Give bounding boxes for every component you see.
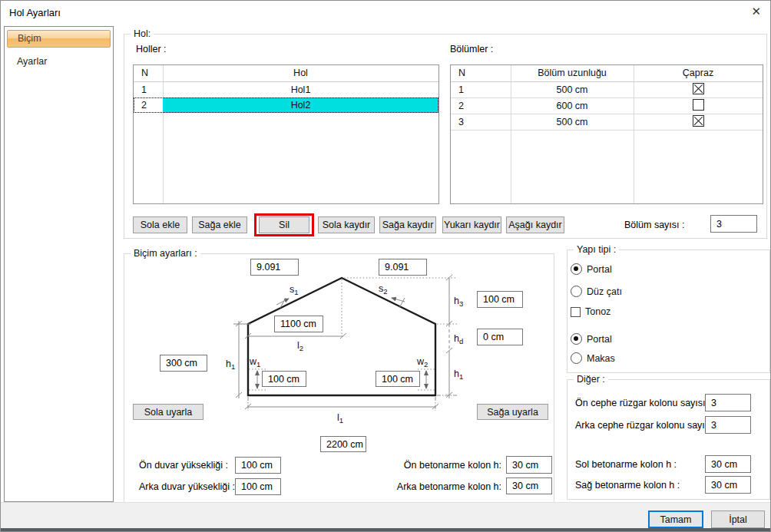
bolumler-col-capraz: Çapraz xyxy=(634,65,763,81)
w1-input[interactable] xyxy=(262,371,306,387)
row-index: 2 xyxy=(134,97,163,113)
hol-group-title: Hol: xyxy=(131,28,154,39)
sol-betonarme-label: Sol betonarme kolon h : xyxy=(575,459,677,470)
row-index: 2 xyxy=(451,98,511,114)
s1-label: s1 xyxy=(290,284,299,296)
sag-betonarme-input[interactable] xyxy=(705,476,751,494)
bolumler-label: Bölümler : xyxy=(450,44,493,55)
yapi-tipi-title: Yapı tipi : xyxy=(574,244,619,255)
bolumler-table[interactable]: N Bölüm uzunluğu Çapraz 1 500 cm 2 600 c… xyxy=(450,64,763,204)
table-row[interactable]: 3 500 cm xyxy=(451,114,763,131)
sola-ekle-button[interactable]: Sola ekle xyxy=(133,216,187,233)
capraz-checkbox[interactable] xyxy=(693,115,704,127)
radio-duz-cati[interactable]: Düz çatı xyxy=(571,286,622,297)
l2-label: l2 xyxy=(297,340,303,352)
left-wall-input[interactable] xyxy=(160,355,207,372)
arka-duvar-label: Arka duvar yüksekliği : xyxy=(139,481,235,492)
holler-table[interactable]: N Hol 1 Hol1 2 Hol2 xyxy=(133,64,439,204)
asagi-kaydir-button[interactable]: Aşağı kaydır xyxy=(506,216,564,233)
l2-input[interactable] xyxy=(274,316,323,332)
capraz-checkbox[interactable] xyxy=(693,83,704,94)
bolum-sayisi-label: Bölüm sayısı : xyxy=(624,220,701,230)
holler-label: Holler : xyxy=(136,44,167,55)
table-row[interactable]: 1 Hol1 xyxy=(134,82,438,97)
saga-kaydir-button[interactable]: Sağa kaydır xyxy=(379,216,436,233)
holler-col-hol: Hol xyxy=(163,65,438,81)
radio-makas[interactable]: Makas xyxy=(571,352,615,364)
h3-label: h3 xyxy=(454,296,463,308)
on-duvar-label: Ön duvar yüksekliği : xyxy=(139,460,228,471)
checkbox-icon[interactable] xyxy=(571,307,581,317)
on-ruzgar-label: Ön cephe rüzgar kolonu sayısı : xyxy=(575,398,710,408)
sil-button[interactable]: Sil xyxy=(259,216,309,233)
w2-input[interactable] xyxy=(376,371,420,387)
option-label: Tonoz xyxy=(585,306,611,317)
arka-ruzgar-input[interactable] xyxy=(705,416,751,434)
diger-title: Diğer : xyxy=(574,374,608,385)
window-title: Hol Ayarları xyxy=(9,7,61,18)
table-row[interactable]: 2 600 cm xyxy=(451,98,763,114)
sol-betonarme-input[interactable] xyxy=(705,455,751,473)
sidebar: Biçim Ayarlar xyxy=(4,26,114,502)
w2-label: w2 xyxy=(416,356,428,368)
bolumler-header: N Bölüm uzunluğu Çapraz xyxy=(451,65,763,82)
row-index: 3 xyxy=(451,114,511,130)
sag-betonarme-label: Sağ betonarme kolon h : xyxy=(575,480,680,491)
bolumler-col-n: N xyxy=(451,65,511,81)
table-row[interactable]: 1 500 cm xyxy=(451,82,763,98)
radio-icon[interactable] xyxy=(571,263,582,275)
slope-right-input[interactable] xyxy=(379,259,427,276)
hd-label: hd xyxy=(454,333,463,345)
iptal-button[interactable]: İptal xyxy=(711,511,765,528)
radio-icon[interactable] xyxy=(571,352,582,364)
window-bottom-edge xyxy=(1,528,770,531)
arka-betonarme-input[interactable] xyxy=(506,477,552,494)
row-length: 500 cm xyxy=(511,82,634,97)
h3-input[interactable] xyxy=(477,291,523,308)
table-row-selected[interactable]: 2 Hol2 xyxy=(134,97,438,113)
arka-duvar-input[interactable] xyxy=(235,478,281,495)
sidebar-item-ayarlar[interactable]: Ayarlar xyxy=(7,54,111,70)
bolum-sayisi-input[interactable] xyxy=(710,215,757,233)
tamam-button[interactable]: Tamam xyxy=(648,511,703,528)
titlebar: Hol Ayarları ✕ xyxy=(1,1,770,24)
hd-input[interactable] xyxy=(477,329,523,345)
sola-kaydir-button[interactable]: Sola kaydır xyxy=(318,216,375,233)
radio-portal-1[interactable]: Portal xyxy=(571,263,612,275)
sola-uyarla-button[interactable]: Sola uyarla xyxy=(133,404,204,420)
capraz-checkbox[interactable] xyxy=(693,99,704,111)
on-duvar-input[interactable] xyxy=(235,457,281,474)
saga-uyarla-button[interactable]: Sağa uyarla xyxy=(477,404,548,420)
on-betonarme-input[interactable] xyxy=(506,456,552,474)
sidebar-item-bicim[interactable]: Biçim xyxy=(7,30,111,48)
l1-label: l1 xyxy=(337,412,343,425)
holler-header: N Hol xyxy=(134,65,438,82)
on-ruzgar-input[interactable] xyxy=(705,394,751,411)
row-length: 600 cm xyxy=(511,98,634,114)
arka-ruzgar-label: Arka cephe rüzgar kolonu sayısı : xyxy=(575,420,718,431)
row-value: Hol2 xyxy=(163,97,438,113)
l1-input[interactable] xyxy=(320,436,366,452)
yukari-kaydir-button[interactable]: Yukarı kaydır xyxy=(442,216,501,233)
radio-portal-2[interactable]: Portal xyxy=(571,333,612,345)
radio-icon[interactable] xyxy=(571,333,582,345)
capraz-cell xyxy=(634,82,763,97)
close-icon[interactable]: ✕ xyxy=(751,5,761,18)
row-index: 1 xyxy=(451,82,511,97)
radio-icon[interactable] xyxy=(571,286,582,297)
option-label: Makas xyxy=(587,353,615,364)
h1-left-label: h1 xyxy=(226,359,235,371)
arka-betonarme-label: Arka betonarme kolon h: xyxy=(394,481,501,492)
saga-ekle-button[interactable]: Sağa ekle xyxy=(192,216,247,233)
holler-col-n: N xyxy=(134,65,163,81)
row-index: 1 xyxy=(134,82,163,97)
h1-right-label: h1 xyxy=(454,368,463,381)
option-label: Portal xyxy=(587,334,612,345)
hol-ayarlari-dialog: Hol Ayarları ✕ Biçim Ayarlar Hol: Holler… xyxy=(0,0,771,532)
checkbox-tonoz[interactable]: Tonoz xyxy=(571,306,611,317)
capraz-cell xyxy=(634,114,763,130)
option-label: Düz çatı xyxy=(587,286,622,297)
on-betonarme-label: Ön betonarme kolon h: xyxy=(394,460,501,471)
row-value: Hol1 xyxy=(163,82,438,97)
slope-left-input[interactable] xyxy=(250,259,299,276)
